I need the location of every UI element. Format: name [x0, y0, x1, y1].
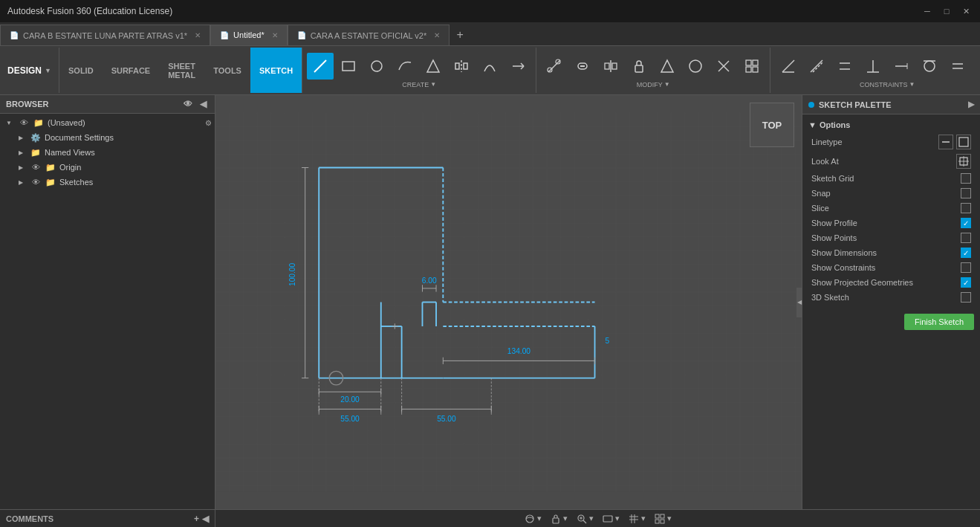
design-button[interactable]: DESIGN ▼ [7, 65, 51, 76]
perpendicular-constraint-button[interactable] [860, 53, 886, 80]
tree-item-doc-settings[interactable]: ▶ ⚙️ Document Settings [0, 130, 215, 145]
trim-tool-button[interactable] [541, 53, 568, 80]
folder-icon: 📁 [30, 146, 42, 158]
close-button[interactable]: ✕ [959, 4, 973, 18]
palette-collapse-button[interactable]: ◀ [796, 288, 802, 317]
show-projected-checkbox[interactable] [961, 277, 971, 288]
tab-cara-b[interactable]: 📄 CARA B ESTANTE LUNA PARTE ATRAS v1* ✕ [0, 25, 210, 45]
modify-label[interactable]: MODIFY ▼ [637, 81, 670, 88]
tab-sketch[interactable]: SKETCH [250, 48, 302, 93]
rectangle-tool-button[interactable] [335, 53, 362, 80]
tab-cara-a[interactable]: 📄 CARA A ESTANTE OFICIAL v2* ✕ [288, 25, 450, 45]
extend-tool-button[interactable] [569, 53, 596, 80]
collinear-constraint-button[interactable] [803, 53, 830, 80]
palette-row-sketch-grid[interactable]: Sketch Grid [808, 171, 974, 186]
palette-row-show-projected[interactable]: Show Projected Geometries [808, 275, 974, 290]
visibility-icon[interactable]: 👁 [30, 178, 42, 187]
create-label[interactable]: CREATE ▼ [402, 81, 436, 88]
tree-item-sketches[interactable]: ▶ 👁 📁 Sketches [0, 175, 215, 190]
viewport[interactable]: 100.00 20.00 6.00 134.00 55.00 [215, 95, 802, 509]
snap-checkbox[interactable] [961, 188, 971, 198]
circular-pattern-button[interactable] [682, 53, 709, 80]
tab-surface[interactable]: SURFACE [103, 48, 160, 93]
visibility-icon[interactable]: 👁 [30, 163, 42, 172]
linetype-construction-button[interactable] [956, 135, 971, 149]
constraints-label[interactable]: CONSTRAINTS ▼ [860, 81, 915, 88]
display-mode-button[interactable]: ▾ [603, 514, 620, 524]
tree-item-unsaved[interactable]: ▼ 👁 📁 (Unsaved) ⚙ [0, 115, 215, 130]
viewport-layout-button[interactable]: ▾ [655, 514, 672, 524]
tab-untitled[interactable]: 📄 Untitled* ✕ [210, 25, 288, 45]
break-tool-button[interactable] [710, 53, 737, 80]
palette-expand-icon[interactable]: ▶ [968, 100, 974, 109]
mirror-line-button[interactable] [448, 53, 475, 80]
coincident-constraint-button[interactable] [775, 53, 802, 80]
show-points-checkbox[interactable] [961, 233, 971, 243]
browser-title: BROWSER [6, 100, 48, 109]
zoom-button[interactable]: ▾ [577, 514, 594, 524]
visibility-icon[interactable]: 👁 [18, 118, 30, 127]
show-profile-checkbox[interactable] [961, 218, 971, 228]
palette-row-show-constraints[interactable]: Show Constraints [808, 260, 974, 275]
options-arrow: ▼ [808, 120, 817, 129]
comments-label: COMMENTS [6, 514, 53, 523]
palette-row-slice[interactable]: Slice [808, 201, 974, 216]
sketch-grid-checkbox[interactable] [961, 173, 971, 184]
lock-button[interactable]: ▾ [551, 514, 568, 524]
pattern-tool-button[interactable] [597, 53, 624, 80]
arc-tool-button[interactable] [476, 53, 503, 80]
line-tool-button[interactable] [307, 53, 334, 80]
create-group: CREATE ▼ [302, 48, 536, 93]
grid-snap-button[interactable]: ▾ [629, 514, 646, 524]
polygon-tool-button[interactable] [420, 53, 447, 80]
tab-close-button[interactable]: ✕ [195, 31, 201, 39]
offset-tool-button[interactable] [504, 53, 531, 80]
tab-solid[interactable]: SOLID [59, 48, 103, 93]
folder-icon: 📁 [33, 117, 45, 129]
palette-row-3d-sketch[interactable]: 3D Sketch [808, 290, 974, 305]
circle-tool-button[interactable] [363, 53, 390, 80]
viewcube[interactable]: TOP [750, 103, 794, 147]
orbit-button[interactable]: ▾ [525, 514, 542, 524]
tree-item-origin[interactable]: ▶ 👁 📁 Origin [0, 160, 215, 175]
maximize-button[interactable]: □ [940, 4, 953, 18]
3d-sketch-checkbox[interactable] [961, 292, 971, 303]
palette-title: SKETCH PALETTE [819, 100, 892, 109]
fix-tool-button[interactable] [626, 53, 652, 80]
new-tab-button[interactable]: + [450, 25, 470, 45]
comments-add-button[interactable]: + [194, 514, 199, 524]
finish-sketch-palette-button[interactable]: Finish Sketch [904, 314, 974, 330]
tree-item-named-views[interactable]: ▶ 📁 Named Views [0, 145, 215, 160]
sketch-grid-label: Sketch Grid [811, 174, 961, 183]
scale-tool-button[interactable] [739, 53, 765, 80]
options-label: Options [820, 120, 851, 129]
tab-sheet-metal[interactable]: SHEET METAL [159, 48, 204, 93]
tree-label: Document Settings [45, 133, 212, 142]
equal-constraint-button[interactable] [944, 53, 971, 80]
browser-collapse-button[interactable]: ◀ [197, 98, 209, 110]
midpoint-constraint-button[interactable] [973, 53, 980, 80]
show-dimensions-checkbox[interactable] [961, 248, 971, 258]
minimize-button[interactable]: ─ [921, 4, 934, 18]
palette-row-show-dimensions[interactable]: Show Dimensions [808, 245, 974, 260]
palette-row-show-profile[interactable]: Show Profile [808, 216, 974, 230]
browser-toggle-button[interactable]: 👁 [182, 98, 194, 110]
lookat-button[interactable] [956, 154, 971, 169]
comments-collapse-button[interactable]: ◀ [202, 514, 209, 524]
spline-tool-button[interactable] [392, 53, 418, 80]
fillet-tool-button[interactable] [654, 53, 681, 80]
sketch-canvas: 100.00 20.00 6.00 134.00 55.00 [215, 95, 802, 509]
parallel-constraint-button[interactable] [831, 53, 858, 80]
svg-rect-113 [655, 514, 659, 518]
horizontal-constraint-button[interactable] [888, 53, 915, 80]
linetype-normal-button[interactable] [938, 135, 953, 149]
tab-close-button[interactable]: ✕ [434, 31, 440, 39]
tab-close-button[interactable]: ✕ [272, 31, 278, 39]
palette-row-snap[interactable]: Snap [808, 186, 974, 201]
tab-tools[interactable]: TOOLS [204, 48, 250, 93]
tangent-constraint-button[interactable] [916, 53, 943, 80]
palette-row-show-points[interactable]: Show Points [808, 230, 974, 245]
slice-checkbox[interactable] [961, 203, 971, 213]
show-constraints-checkbox[interactable] [961, 262, 971, 273]
settings-icon[interactable]: ⚙ [205, 119, 212, 127]
